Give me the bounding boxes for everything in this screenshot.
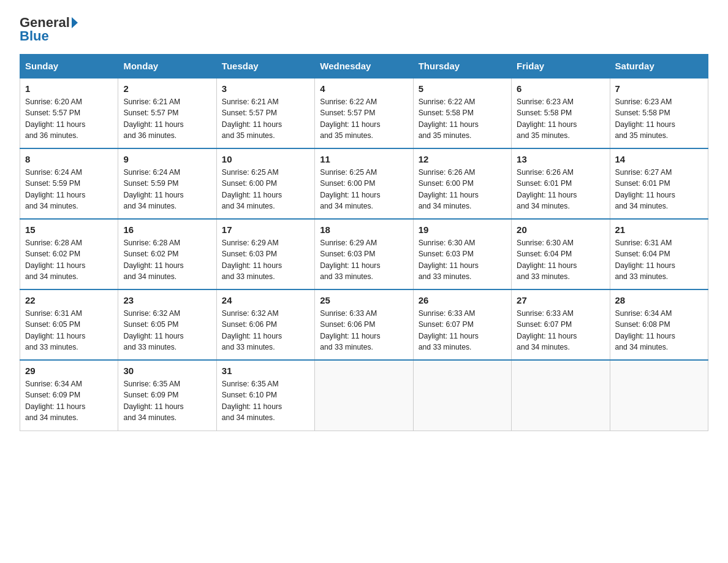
page-header: General Blue [20, 15, 708, 44]
day-info: Sunrise: 6:34 AMSunset: 6:09 PMDaylight:… [25, 378, 113, 423]
col-header-friday: Friday [512, 55, 610, 79]
day-number: 9 [123, 154, 211, 164]
day-number: 23 [123, 295, 211, 305]
calendar-week-row: 8Sunrise: 6:24 AMSunset: 5:59 PMDaylight… [20, 148, 708, 219]
day-number: 30 [123, 366, 211, 376]
calendar-cell: 10Sunrise: 6:25 AMSunset: 6:00 PMDayligh… [216, 148, 314, 219]
day-info: Sunrise: 6:31 AMSunset: 6:04 PMDaylight:… [615, 237, 703, 282]
day-number: 3 [222, 83, 309, 94]
day-info: Sunrise: 6:25 AMSunset: 6:00 PMDaylight:… [222, 167, 309, 212]
day-info: Sunrise: 6:31 AMSunset: 6:05 PMDaylight:… [25, 308, 113, 353]
day-info: Sunrise: 6:23 AMSunset: 5:58 PMDaylight:… [517, 96, 604, 141]
day-info: Sunrise: 6:32 AMSunset: 6:06 PMDaylight:… [222, 308, 309, 353]
calendar-cell: 16Sunrise: 6:28 AMSunset: 6:02 PMDayligh… [118, 219, 216, 289]
logo-arrow-icon [72, 17, 78, 28]
col-header-wednesday: Wednesday [315, 55, 413, 79]
day-info: Sunrise: 6:29 AMSunset: 6:03 PMDaylight:… [320, 237, 408, 282]
calendar-cell: 15Sunrise: 6:28 AMSunset: 6:02 PMDayligh… [20, 219, 118, 289]
day-info: Sunrise: 6:22 AMSunset: 5:57 PMDaylight:… [320, 96, 408, 141]
day-number: 26 [419, 295, 506, 305]
day-number: 14 [615, 154, 703, 164]
day-number: 22 [25, 295, 113, 305]
day-info: Sunrise: 6:24 AMSunset: 5:59 PMDaylight:… [25, 167, 113, 212]
calendar-cell: 22Sunrise: 6:31 AMSunset: 6:05 PMDayligh… [20, 289, 118, 360]
day-info: Sunrise: 6:25 AMSunset: 6:00 PMDaylight:… [320, 167, 408, 212]
logo-blue-label: Blue [20, 28, 49, 44]
day-number: 10 [222, 154, 309, 164]
calendar-cell: 29Sunrise: 6:34 AMSunset: 6:09 PMDayligh… [20, 360, 118, 431]
calendar-cell [413, 360, 511, 431]
day-number: 24 [222, 295, 309, 305]
day-number: 20 [517, 224, 604, 235]
calendar-cell: 13Sunrise: 6:26 AMSunset: 6:01 PMDayligh… [512, 148, 610, 219]
day-info: Sunrise: 6:28 AMSunset: 6:02 PMDaylight:… [25, 237, 113, 282]
calendar-cell [315, 360, 413, 431]
col-header-tuesday: Tuesday [216, 55, 314, 79]
day-info: Sunrise: 6:26 AMSunset: 6:01 PMDaylight:… [517, 167, 604, 212]
calendar-cell: 26Sunrise: 6:33 AMSunset: 6:07 PMDayligh… [413, 289, 511, 360]
day-info: Sunrise: 6:30 AMSunset: 6:04 PMDaylight:… [517, 237, 604, 282]
calendar-cell: 25Sunrise: 6:33 AMSunset: 6:06 PMDayligh… [315, 289, 413, 360]
day-number: 21 [615, 224, 703, 235]
day-info: Sunrise: 6:33 AMSunset: 6:06 PMDaylight:… [320, 308, 408, 353]
calendar-cell: 21Sunrise: 6:31 AMSunset: 6:04 PMDayligh… [610, 219, 708, 289]
day-number: 25 [320, 295, 408, 305]
calendar-cell [512, 360, 610, 431]
calendar-cell: 19Sunrise: 6:30 AMSunset: 6:03 PMDayligh… [413, 219, 511, 289]
day-number: 15 [25, 224, 113, 235]
day-number: 28 [615, 295, 703, 305]
day-info: Sunrise: 6:23 AMSunset: 5:58 PMDaylight:… [615, 96, 703, 141]
day-number: 4 [320, 83, 408, 94]
calendar-cell [610, 360, 708, 431]
day-number: 8 [25, 154, 113, 164]
logo: General Blue [20, 15, 79, 44]
day-number: 12 [419, 154, 506, 164]
day-info: Sunrise: 6:35 AMSunset: 6:10 PMDaylight:… [222, 378, 309, 423]
calendar-cell: 17Sunrise: 6:29 AMSunset: 6:03 PMDayligh… [216, 219, 314, 289]
day-info: Sunrise: 6:34 AMSunset: 6:08 PMDaylight:… [615, 308, 703, 353]
calendar-cell: 11Sunrise: 6:25 AMSunset: 6:00 PMDayligh… [315, 148, 413, 219]
calendar-cell: 9Sunrise: 6:24 AMSunset: 5:59 PMDaylight… [118, 148, 216, 219]
col-header-sunday: Sunday [20, 55, 118, 79]
calendar-cell: 18Sunrise: 6:29 AMSunset: 6:03 PMDayligh… [315, 219, 413, 289]
calendar-cell: 23Sunrise: 6:32 AMSunset: 6:05 PMDayligh… [118, 289, 216, 360]
calendar-cell: 27Sunrise: 6:33 AMSunset: 6:07 PMDayligh… [512, 289, 610, 360]
day-info: Sunrise: 6:21 AMSunset: 5:57 PMDaylight:… [123, 96, 211, 141]
calendar-cell: 31Sunrise: 6:35 AMSunset: 6:10 PMDayligh… [216, 360, 314, 431]
day-info: Sunrise: 6:33 AMSunset: 6:07 PMDaylight:… [517, 308, 604, 353]
calendar-cell: 5Sunrise: 6:22 AMSunset: 5:58 PMDaylight… [413, 78, 511, 148]
day-info: Sunrise: 6:32 AMSunset: 6:05 PMDaylight:… [123, 308, 211, 353]
calendar-table: SundayMondayTuesdayWednesdayThursdayFrid… [20, 54, 708, 431]
day-number: 2 [123, 83, 211, 94]
calendar-cell: 14Sunrise: 6:27 AMSunset: 6:01 PMDayligh… [610, 148, 708, 219]
day-info: Sunrise: 6:28 AMSunset: 6:02 PMDaylight:… [123, 237, 211, 282]
col-header-monday: Monday [118, 55, 216, 79]
day-info: Sunrise: 6:27 AMSunset: 6:01 PMDaylight:… [615, 167, 703, 212]
day-info: Sunrise: 6:33 AMSunset: 6:07 PMDaylight:… [419, 308, 506, 353]
day-info: Sunrise: 6:24 AMSunset: 5:59 PMDaylight:… [123, 167, 211, 212]
calendar-cell: 1Sunrise: 6:20 AMSunset: 5:57 PMDaylight… [20, 78, 118, 148]
calendar-cell: 2Sunrise: 6:21 AMSunset: 5:57 PMDaylight… [118, 78, 216, 148]
day-number: 27 [517, 295, 604, 305]
day-info: Sunrise: 6:29 AMSunset: 6:03 PMDaylight:… [222, 237, 309, 282]
day-info: Sunrise: 6:30 AMSunset: 6:03 PMDaylight:… [419, 237, 506, 282]
day-number: 16 [123, 224, 211, 235]
calendar-cell: 7Sunrise: 6:23 AMSunset: 5:58 PMDaylight… [610, 78, 708, 148]
calendar-week-row: 29Sunrise: 6:34 AMSunset: 6:09 PMDayligh… [20, 360, 708, 431]
calendar-cell: 8Sunrise: 6:24 AMSunset: 5:59 PMDaylight… [20, 148, 118, 219]
day-number: 17 [222, 224, 309, 235]
calendar-cell: 12Sunrise: 6:26 AMSunset: 6:00 PMDayligh… [413, 148, 511, 219]
calendar-cell: 28Sunrise: 6:34 AMSunset: 6:08 PMDayligh… [610, 289, 708, 360]
day-number: 6 [517, 83, 604, 94]
calendar-week-row: 15Sunrise: 6:28 AMSunset: 6:02 PMDayligh… [20, 219, 708, 289]
day-number: 5 [419, 83, 506, 94]
calendar-cell: 30Sunrise: 6:35 AMSunset: 6:09 PMDayligh… [118, 360, 216, 431]
day-info: Sunrise: 6:21 AMSunset: 5:57 PMDaylight:… [222, 96, 309, 141]
col-header-thursday: Thursday [413, 55, 511, 79]
day-number: 13 [517, 154, 604, 164]
day-info: Sunrise: 6:26 AMSunset: 6:00 PMDaylight:… [419, 167, 506, 212]
calendar-week-row: 22Sunrise: 6:31 AMSunset: 6:05 PMDayligh… [20, 289, 708, 360]
calendar-week-row: 1Sunrise: 6:20 AMSunset: 5:57 PMDaylight… [20, 78, 708, 148]
day-number: 11 [320, 154, 408, 164]
day-number: 19 [419, 224, 506, 235]
